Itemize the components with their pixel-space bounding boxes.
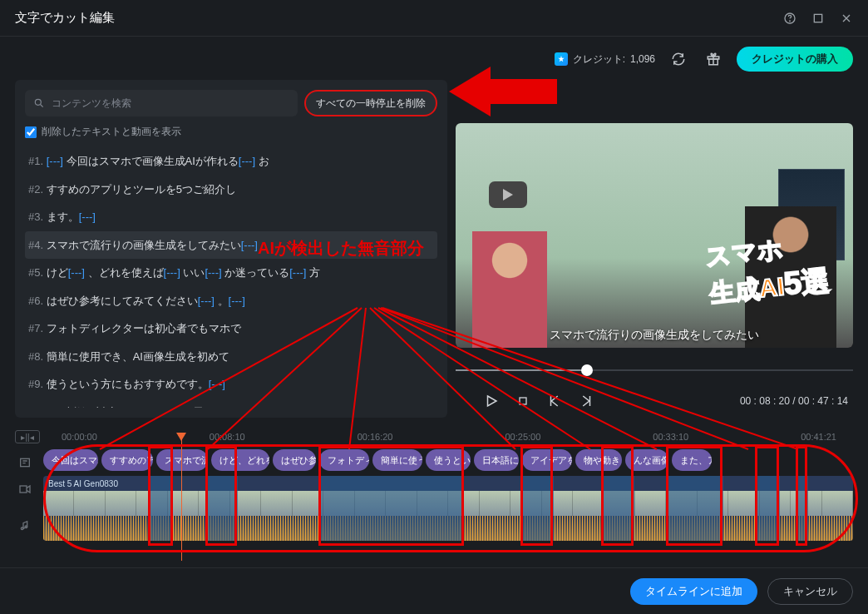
transcript-line[interactable]: #6. はぜひ参考にしてみてください[---] 。[---] xyxy=(25,287,437,315)
ruler-time: 00:41:21 xyxy=(801,432,836,442)
scrub-bar[interactable] xyxy=(456,356,853,384)
annotation-box xyxy=(796,446,808,546)
transcript-line[interactable]: #2. すすめのアプリとツールを5つご紹介し xyxy=(25,176,437,204)
annotation-label: AIが検出した無音部分 xyxy=(258,237,424,260)
annotation-box xyxy=(205,446,238,546)
credit-badge: クレジット: 1,096 xyxy=(555,52,655,67)
transcript-line[interactable]: #5. けど[---] 、どれを使えば[---] いい[---] か迷っている[… xyxy=(25,259,437,287)
credit-label: クレジット: xyxy=(573,52,625,67)
play-button[interactable] xyxy=(481,390,502,412)
annotation-arrow xyxy=(449,62,557,121)
ruler-time: 00:33:10 xyxy=(653,432,688,442)
svg-point-5 xyxy=(35,99,41,105)
transcript-lines: #1. [---] 今回はスマホで画像生成AIが作れる[---] お#2. すす… xyxy=(25,147,437,408)
transcript-line[interactable]: #8. 簡単に使用でき、AI画像生成を初めて xyxy=(25,343,437,371)
transcript-line[interactable]: #1. [---] 今回はスマホで画像生成AIが作れる[---] お xyxy=(25,147,437,176)
buy-credits-button[interactable]: クレジットの購入 xyxy=(737,47,853,72)
ruler-time: 00:08:10 xyxy=(210,432,245,442)
svg-point-18 xyxy=(21,527,23,530)
cancel-button[interactable]: キャンセル xyxy=(767,578,853,605)
show-removed-input[interactable] xyxy=(25,126,37,138)
show-removed-label: 削除したテキストと動画を表示 xyxy=(42,125,181,139)
youtube-play-icon xyxy=(489,181,527,208)
add-to-timeline-button[interactable]: タイムラインに追加 xyxy=(630,578,757,605)
clip-name: Best 5 AI Gen0830 xyxy=(48,479,118,488)
gift-icon[interactable] xyxy=(702,47,725,71)
search-icon xyxy=(33,97,45,109)
annotation-box xyxy=(755,446,779,546)
svg-rect-6 xyxy=(520,398,526,404)
svg-rect-17 xyxy=(20,486,27,493)
search-placeholder: コンテンツを検索 xyxy=(52,97,131,111)
close-icon[interactable] xyxy=(840,12,853,25)
search-input[interactable]: コンテンツを検索 xyxy=(25,90,298,116)
annotation-box xyxy=(666,446,723,546)
next-frame-button[interactable] xyxy=(575,390,597,412)
annotation-box xyxy=(318,446,464,546)
timeline-ruler: 00:00:0000:08:1000:16:2000:25:0000:33:10… xyxy=(45,432,853,442)
refresh-icon[interactable] xyxy=(667,47,690,71)
ruler-time: 00:16:20 xyxy=(358,432,393,442)
video-track-icon xyxy=(15,479,35,499)
svg-point-1 xyxy=(790,21,791,22)
credit-value: 1,096 xyxy=(630,53,655,65)
video-preview[interactable]: スマホ 生成AI5選 スマホで流行りの画像生成をしてみたい xyxy=(456,123,853,348)
transcript-line[interactable]: #10. 日本語に対応しているので、思いついた xyxy=(25,399,437,409)
help-icon[interactable] xyxy=(783,12,796,25)
show-removed-checkbox[interactable]: 削除したテキストと動画を表示 xyxy=(25,125,437,139)
transcript-line[interactable]: #7. フォトディレクターは初心者でもマホで xyxy=(25,314,437,343)
annotation-box xyxy=(148,446,172,546)
annotation-box xyxy=(601,446,634,546)
transcript-line[interactable]: #9. 使うという方にもおすすめです。[---] xyxy=(25,370,437,399)
ruler-time: 00:00:00 xyxy=(62,432,97,442)
timeline-toggle[interactable]: ▸||◂ xyxy=(15,430,40,443)
annotation-box xyxy=(520,446,553,546)
window-title: 文字でカット編集 xyxy=(15,10,115,26)
stop-button[interactable] xyxy=(512,390,534,412)
svg-marker-7 xyxy=(449,67,557,116)
text-track-icon xyxy=(15,453,35,473)
scrub-handle[interactable] xyxy=(581,364,593,376)
timecode: 00 : 08 : 20 / 00 : 47 : 14 xyxy=(740,395,848,407)
ruler-time: 00:25:00 xyxy=(505,432,540,442)
maximize-icon[interactable] xyxy=(811,12,825,25)
video-overlay-text: スマホ 生成AI5選 xyxy=(704,228,831,313)
audio-track-icon xyxy=(15,516,35,536)
video-caption: スマホで流行りの画像生成をしてみたい xyxy=(456,328,853,343)
svg-rect-2 xyxy=(814,14,821,22)
prev-frame-button[interactable] xyxy=(544,390,565,412)
transcript-line[interactable]: #3. ます。[---] xyxy=(25,203,437,231)
remove-all-pauses-button[interactable]: すべての一時停止を削除 xyxy=(304,90,437,116)
